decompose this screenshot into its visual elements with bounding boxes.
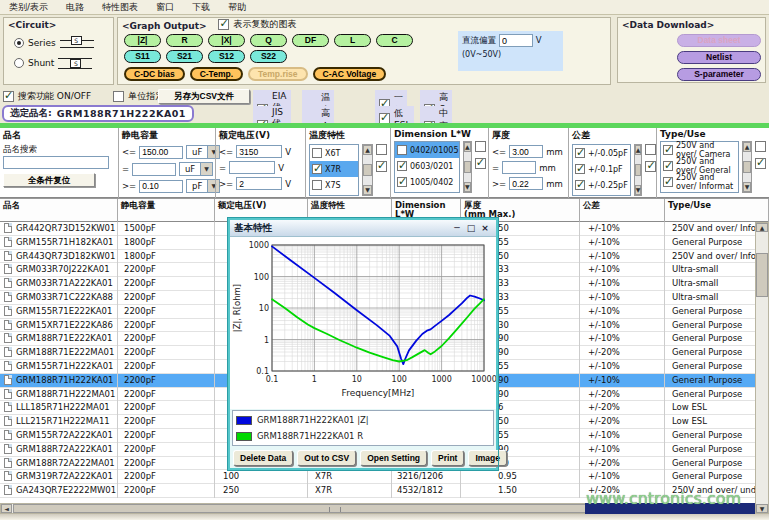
close-icon[interactable]: ×: [478, 223, 492, 233]
tolerance-list[interactable]: +/-0.05pF+/-0.1pF+/-0.25pF: [572, 144, 631, 196]
open-setting-button[interactable]: Open Setting: [360, 450, 427, 466]
vertical-scroll-thumb[interactable]: [756, 253, 768, 297]
thickness-input-1[interactable]: [509, 145, 543, 158]
part-name-search-input[interactable]: [3, 156, 109, 169]
param-button-z[interactable]: |Z|: [124, 34, 161, 47]
scroll-up-arrow[interactable]: ▲: [756, 223, 768, 232]
dc-bias-input[interactable]: [499, 34, 533, 47]
select-none-checkbox[interactable]: [475, 141, 486, 152]
tolerance-scrollbar[interactable]: ▲▼: [634, 144, 643, 196]
char-button-c-ac-voltage[interactable]: C-AC Voltage: [313, 67, 387, 81]
checkbox-icon: [3, 91, 14, 102]
dimension-item-040201005[interactable]: 0402/01005: [395, 142, 459, 158]
sparam-button-s12[interactable]: S12: [208, 50, 245, 63]
menu-item-5[interactable]: 下载: [183, 0, 219, 15]
select-none-checkbox[interactable]: [755, 141, 766, 152]
param-button-x[interactable]: |X|: [208, 34, 245, 47]
save-csv-button[interactable]: 另存为CSV文件: [158, 89, 250, 104]
scroll-left-arrow[interactable]: ◄: [1, 504, 12, 513]
scroll-down-arrow[interactable]: ▼: [635, 185, 642, 195]
table-row[interactable]: GRM319R72A222KA012200pF100X7R3216/12060.…: [0, 470, 769, 484]
menu-item-4[interactable]: 窗口: [147, 0, 183, 15]
reset-all-button[interactable]: 全条件复位: [3, 173, 95, 187]
circuit-option-shunt[interactable]: ShuntS: [14, 56, 109, 70]
tolerance-item-025pf[interactable]: +/-0.25pF: [573, 177, 630, 193]
capacitance-input-2[interactable]: [132, 163, 176, 176]
menu-item-2[interactable]: 电路: [57, 0, 93, 15]
temp-char-item-x7r[interactable]: X7R: [310, 161, 358, 177]
print-button[interactable]: Print: [431, 450, 464, 466]
vertical-scrollbar[interactable]: ▲ ▼: [755, 222, 769, 514]
circuit-option-series[interactable]: SeriesS: [14, 36, 109, 50]
param-button-q[interactable]: Q: [250, 34, 287, 47]
document-icon: [4, 471, 12, 481]
scroll-down-arrow[interactable]: ▼: [743, 182, 751, 192]
scroll-up-arrow[interactable]: ▲: [363, 145, 372, 155]
scroll-down-arrow[interactable]: ▼: [363, 185, 372, 195]
delete-data-button[interactable]: Delete Data: [233, 450, 293, 466]
capacitance-input-3[interactable]: [139, 180, 183, 193]
scroll-up-arrow[interactable]: ▲: [464, 142, 471, 152]
search-option-checkbox-1[interactable]: 搜索功能 ON/OFF: [3, 90, 91, 103]
document-icon: [4, 458, 12, 468]
scroll-thumb[interactable]: [743, 161, 751, 173]
char-button-c-temp-[interactable]: C-Temp.: [190, 67, 243, 81]
show-multiple-graphs-checkbox[interactable]: 表示复数的图表: [218, 18, 296, 31]
menu-item-3[interactable]: 特性图表: [93, 0, 147, 15]
capacitance-unit-select-2[interactable]: uF▼: [179, 162, 213, 176]
tolerance-item-01pf[interactable]: +/-0.1pF: [573, 161, 630, 177]
select-all-checkbox[interactable]: [376, 161, 387, 172]
temp-char-list[interactable]: X6TX7RX7S: [309, 144, 359, 196]
scroll-thumb[interactable]: [363, 164, 372, 176]
sparam-button-s22[interactable]: S22: [250, 50, 287, 63]
select-none-checkbox[interactable]: [645, 144, 656, 155]
thickness-input-3[interactable]: [509, 177, 543, 190]
temp-char-item-x7s[interactable]: X7S: [310, 177, 358, 193]
type-use-item-250vandoverinformat[interactable]: 250V and over/ Informat: [661, 174, 738, 190]
scroll-up-arrow[interactable]: ▲: [635, 145, 642, 155]
select-none-checkbox[interactable]: [376, 144, 387, 155]
type-use-scrollbar[interactable]: ▲▼: [742, 141, 752, 193]
select-all-checkbox[interactable]: [645, 161, 656, 172]
horizontal-scroll-thumb[interactable]: [13, 504, 643, 513]
thickness-input-2[interactable]: [502, 161, 536, 174]
temp-char-item-x6t[interactable]: X6T: [310, 145, 358, 161]
param-button-c[interactable]: C: [376, 34, 413, 47]
checkbox-icon: [113, 91, 124, 102]
out-to-csv-button[interactable]: Out to CSV: [297, 450, 356, 466]
param-button-l[interactable]: L: [334, 34, 371, 47]
voltage-input-3[interactable]: [236, 177, 282, 190]
maximize-icon[interactable]: □: [464, 223, 478, 233]
minimize-icon[interactable]: ─: [450, 223, 464, 233]
scroll-thumb[interactable]: [464, 161, 471, 173]
dimension-item-10050402[interactable]: 1005/0402: [395, 174, 459, 190]
search-option-checkbox-2[interactable]: 单位指定: [113, 90, 164, 103]
sparam-button-s21[interactable]: S21: [166, 50, 203, 63]
download-button-s-parameter[interactable]: S-parameter: [677, 68, 761, 81]
select-all-checkbox[interactable]: [475, 158, 486, 169]
dimension-list[interactable]: 0402/010050603/02011005/0402: [394, 141, 460, 193]
capacitance-input-1[interactable]: [139, 146, 183, 159]
download-button-netlist[interactable]: Netlist: [677, 51, 761, 64]
type-use-item-250vandovergeneral[interactable]: 250V and over/ General: [661, 158, 738, 174]
menu-item-6[interactable]: 帮助: [219, 0, 255, 15]
param-button-r[interactable]: R: [166, 34, 203, 47]
scroll-up-arrow[interactable]: ▲: [743, 142, 751, 152]
char-button-c-dc-bias[interactable]: C-DC bias: [124, 67, 185, 81]
type-use-item-250vandovercamera[interactable]: 250V and over/ Camera: [661, 142, 738, 158]
menu-item-1[interactable]: 类别/表示: [0, 0, 57, 15]
type-use-list[interactable]: 250V and over/ Camera250V and over/ Gene…: [660, 141, 739, 193]
voltage-input-2[interactable]: [229, 161, 275, 174]
scroll-thumb[interactable]: [635, 164, 642, 176]
param-button-df[interactable]: DF: [292, 34, 329, 47]
dimension-item-06030201[interactable]: 0603/0201: [395, 158, 459, 174]
image-button[interactable]: Image: [468, 450, 507, 466]
scroll-down-arrow[interactable]: ▼: [464, 182, 471, 192]
temp-char-scrollbar[interactable]: ▲▼: [362, 144, 373, 196]
tolerance-item-005pf[interactable]: +/-0.05pF: [573, 145, 630, 161]
select-all-checkbox[interactable]: [755, 158, 766, 169]
dimension-scrollbar[interactable]: ▲▼: [463, 141, 472, 193]
voltage-input-1[interactable]: [236, 145, 282, 158]
sparam-button-s11[interactable]: S11: [124, 50, 161, 63]
popup-title-bar[interactable]: 基本特性 ─ □ ×: [230, 220, 496, 237]
